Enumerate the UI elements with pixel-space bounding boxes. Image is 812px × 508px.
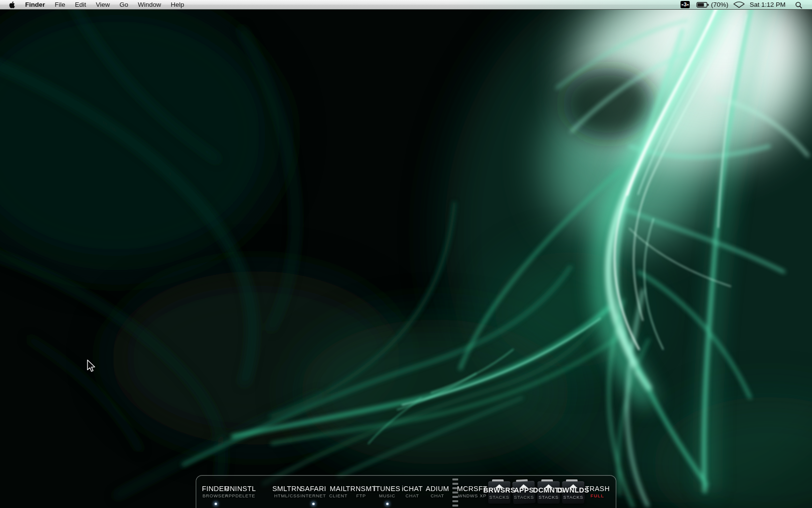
cursor-pointer	[86, 359, 96, 373]
menu-bar: Finder File Edit View Go Window Help 3 (…	[0, 0, 812, 10]
dock-item-label: DWNLDS	[548, 487, 598, 494]
desktop	[0, 0, 812, 508]
dock-item-sublabel: STACKS	[562, 494, 585, 500]
battery-percent-label: (70%)	[711, 0, 728, 9]
desktop-root: { "menubar": { "items": [ {"label": "Fin…	[0, 0, 812, 508]
desktop-wallpaper	[0, 0, 812, 508]
menu-bar-clock[interactable]: Sat 1:12 PM	[750, 0, 785, 9]
dock-item-sublabel: APPDELETE	[215, 493, 265, 498]
spaces-indicator-badge[interactable]: 3	[681, 1, 690, 8]
dock-item-label: UNINSTL	[215, 485, 265, 493]
battery-icon[interactable]	[696, 2, 709, 8]
dock-item-uninstl[interactable]: UNINSTL APPDELETE	[215, 481, 265, 506]
spotlight-search-icon[interactable]	[795, 1, 802, 9]
wifi-icon[interactable]	[732, 1, 746, 8]
menu-bar-status: 3 (70%) Sat 1:12 PM	[0, 0, 812, 9]
dock: FINDER BROWSER UNINSTL APPDELETE SMLTRN …	[196, 475, 616, 508]
